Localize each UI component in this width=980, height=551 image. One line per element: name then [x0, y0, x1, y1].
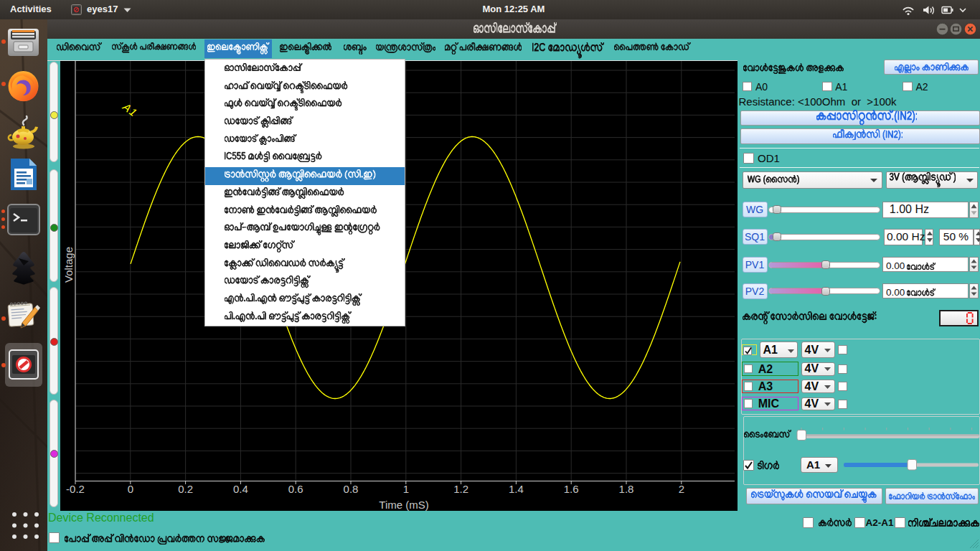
svg-text:A1: A1 — [120, 100, 140, 119]
